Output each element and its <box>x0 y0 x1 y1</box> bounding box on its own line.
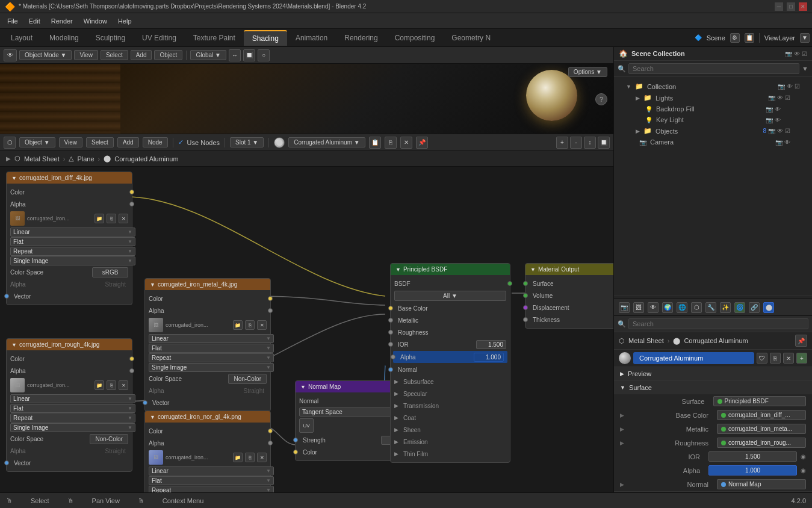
ior-val[interactable]: 1.500 <box>708 451 797 462</box>
shading-icon[interactable]: 🔲 <box>598 137 610 149</box>
outliner-search-input[interactable] <box>628 63 799 74</box>
pbsdf-all-dropdown[interactable]: All ▼ <box>394 291 506 301</box>
coll-vis-viewport[interactable]: 👁 <box>787 83 793 90</box>
matout-volume-socket[interactable] <box>523 293 528 298</box>
nor-color-output[interactable] <box>268 429 273 433</box>
diff-cs-val[interactable]: sRGB <box>92 267 128 277</box>
surface-type-val[interactable]: Principled BSDF <box>713 396 807 406</box>
slot-dropdown[interactable]: Slot 1 ▼ <box>230 137 264 147</box>
collection-item[interactable]: ▼ 📁 Collection 📷 👁 ☑ <box>614 81 812 92</box>
pbsdf-ior-socket[interactable] <box>388 342 393 347</box>
metal-vector-input[interactable] <box>143 400 147 405</box>
diff-source[interactable]: Single Image▼ <box>10 256 135 265</box>
pan-icon[interactable]: ↕ <box>584 137 596 149</box>
coll-vis-render[interactable]: 📷 <box>778 83 785 90</box>
zoom-out-icon[interactable]: - <box>570 137 582 149</box>
tab-texture-paint[interactable]: Texture Paint <box>185 31 244 45</box>
tab-compositing[interactable]: Compositing <box>386 31 444 45</box>
metal-interpolation[interactable]: Linear▼ <box>149 334 274 343</box>
node-add-btn[interactable]: Add <box>117 137 139 147</box>
node-material-output[interactable]: ▼ Material Output Surface Volume <box>525 263 613 329</box>
base-color-val[interactable]: corrugated_iron_diff_... <box>717 410 806 420</box>
props-modifier-icon[interactable]: 🔧 <box>705 302 716 313</box>
metal-source[interactable]: Single Image▼ <box>149 363 274 372</box>
node-metal-header[interactable]: ▼ corrugated_iron_metal_4k.jpg <box>145 279 270 290</box>
rough-alpha-output[interactable] <box>129 368 134 373</box>
rough-color-output[interactable] <box>129 356 134 361</box>
tab-shading[interactable]: Shading <box>244 30 287 46</box>
metal-extension[interactable]: Repeat▼ <box>149 353 274 362</box>
diff-vector-input[interactable] <box>4 294 9 299</box>
diff-projection[interactable]: Flat▼ <box>10 237 135 246</box>
tab-modeling[interactable]: Modeling <box>41 31 87 45</box>
metal-img-copy[interactable]: ⎘ <box>245 320 255 330</box>
maximize-button[interactable]: □ <box>787 2 795 11</box>
metallic-val[interactable]: corrugated_iron_meta... <box>717 424 806 434</box>
props-particles-icon[interactable]: ✨ <box>720 302 731 313</box>
view-btn[interactable]: View <box>74 50 98 60</box>
tab-rendering[interactable]: Rendering <box>336 31 386 45</box>
props-pin-icon[interactable]: 📌 <box>795 335 807 347</box>
rough-projection[interactable]: Flat▼ <box>10 404 135 413</box>
node-pbsdf-header[interactable]: ▼ Principled BSDF <box>391 264 510 275</box>
nor-img-copy[interactable]: ⎘ <box>245 453 255 462</box>
node-matout-header[interactable]: ▼ Material Output <box>525 264 613 275</box>
scene-vis-exclude[interactable]: ☑ <box>802 51 807 57</box>
zoom-in-icon[interactable]: + <box>556 137 568 149</box>
metal-cs-val[interactable]: Non-Color <box>228 374 267 384</box>
menu-window[interactable]: Window <box>79 16 112 26</box>
scene-browse-icon[interactable]: 📋 <box>745 33 754 43</box>
material-sphere-icon[interactable]: ⬤ <box>274 137 285 148</box>
tab-layout[interactable]: Layout <box>2 31 41 45</box>
diff-img-browse[interactable]: 📁 <box>95 214 104 223</box>
node-editor-icon[interactable]: ⬡ <box>4 137 16 149</box>
material-name-bar[interactable]: Corrugated Aluminum <box>633 352 754 364</box>
node-nor-header[interactable]: ▼ corrugated_iron_nor_gl_4k.png <box>145 411 270 423</box>
node-node-btn[interactable]: Node <box>143 137 168 147</box>
options-button[interactable]: Options ▼ <box>568 67 607 77</box>
pbsdf-basecolor-socket[interactable] <box>388 306 393 311</box>
material-close-icon[interactable]: ✕ <box>400 137 412 149</box>
metal-img-preview[interactable]: 🖼 <box>149 318 163 332</box>
node-diff-header[interactable]: ▼ corrugated_iron_diff_4k.jpg <box>7 172 132 184</box>
metal-alpha-output[interactable] <box>268 308 273 313</box>
pbsdf-metallic-socket[interactable] <box>388 318 393 323</box>
scene-settings-icon[interactable]: ⚙ <box>730 33 740 43</box>
camera-item[interactable]: 📷 Camera 📷 👁 <box>614 137 812 147</box>
roughness-val[interactable]: corrugated_iron_roug... <box>717 438 806 448</box>
object-btn[interactable]: Object <box>154 50 182 60</box>
nor-projection[interactable]: Flat▼ <box>149 476 274 485</box>
node-select-btn[interactable]: Select <box>86 137 114 147</box>
tab-sculpting[interactable]: Sculpting <box>87 31 134 45</box>
menu-edit[interactable]: Edit <box>24 16 45 26</box>
key-light-item[interactable]: 💡 Key Light 📷 👁 <box>614 114 812 125</box>
surface-header[interactable]: ▼ Surface <box>614 381 812 394</box>
ior-keyframe-dot[interactable]: ◉ <box>801 453 806 460</box>
matout-surface-socket[interactable] <box>523 281 528 286</box>
menu-help[interactable]: Help <box>113 16 137 26</box>
mat-shield-icon[interactable]: 🛡 <box>757 353 767 364</box>
menu-render[interactable]: Render <box>46 16 78 26</box>
diff-color-output[interactable] <box>129 190 134 194</box>
rough-interpolation[interactable]: Linear▼ <box>10 394 135 403</box>
props-constraints-icon[interactable]: 🔗 <box>749 302 760 313</box>
filter-icon[interactable]: ▼ <box>802 65 808 72</box>
scene-vis-render[interactable]: 📷 <box>785 51 792 57</box>
diff-img-preview[interactable]: 🖼 <box>10 211 25 226</box>
node-metal-texture[interactable]: ▼ corrugated_iron_metal_4k.jpg Color Alp… <box>144 278 271 412</box>
transform-dropdown[interactable]: Global ▼ <box>190 50 226 60</box>
material-pin-icon[interactable]: 📌 <box>416 137 428 149</box>
props-scene-icon[interactable]: 🌍 <box>662 302 673 313</box>
pbsdf-alpha-val[interactable]: 1.000 <box>474 353 504 362</box>
object-mode-dropdown[interactable]: Object Mode ▼ <box>19 50 72 60</box>
normal-val[interactable]: Normal Map <box>717 479 806 489</box>
preview-header[interactable]: ▶ Preview <box>614 367 812 380</box>
select-btn[interactable]: Select <box>101 50 128 60</box>
diff-img-copy[interactable]: ⎘ <box>107 214 116 223</box>
diff-interpolation[interactable]: Linear▼ <box>10 228 135 237</box>
rough-source[interactable]: Single Image▼ <box>10 423 135 432</box>
scene-vis-viewport[interactable]: 👁 <box>794 51 800 57</box>
pbsdf-bsdf-output[interactable] <box>507 281 512 286</box>
metal-projection[interactable]: Flat▼ <box>149 344 274 353</box>
rough-vector-input[interactable] <box>4 460 9 465</box>
